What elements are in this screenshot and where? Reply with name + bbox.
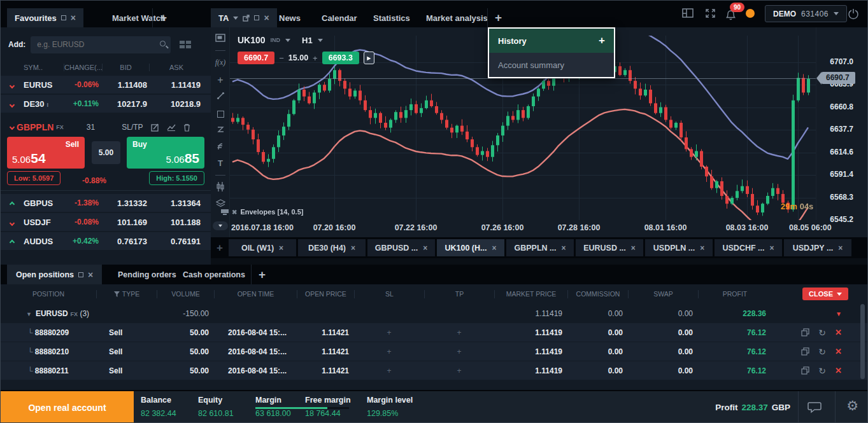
ask-price[interactable]: 10218.9 bbox=[150, 99, 203, 109]
chart-tab-5[interactable]: GBPPLN ...× bbox=[506, 239, 574, 256]
tab-ta-chart[interactable]: TA × bbox=[211, 8, 277, 27]
column-header-swap[interactable]: SWAP bbox=[628, 290, 698, 298]
plus-icon[interactable]: + bbox=[599, 34, 605, 47]
close-order-icon[interactable]: ✕ bbox=[835, 328, 842, 337]
column-header-open-time[interactable]: OPEN TIME bbox=[214, 290, 297, 298]
reverse-order-icon[interactable]: ↻ bbox=[818, 328, 826, 338]
add-sl-button[interactable]: + bbox=[354, 328, 424, 337]
close-icon[interactable]: × bbox=[264, 13, 269, 23]
crosshair-icon[interactable]: + bbox=[211, 74, 230, 86]
add-positions-tab-button[interactable]: + bbox=[251, 265, 273, 284]
ask-price[interactable]: 101.188 bbox=[150, 218, 203, 227]
column-header-type[interactable]: TYPE bbox=[96, 290, 157, 298]
maximize-icon[interactable] bbox=[254, 15, 259, 20]
account-selector[interactable]: DEMO 631406 bbox=[765, 5, 847, 22]
tab-favourites[interactable]: Favourites × bbox=[7, 8, 83, 27]
close-all-button[interactable]: CLOSE bbox=[802, 288, 848, 300]
close-icon[interactable]: × bbox=[561, 244, 566, 253]
shape-tool-icon[interactable] bbox=[211, 109, 230, 120]
tab-news[interactable]: News bbox=[271, 8, 308, 27]
col-symbol[interactable]: SYM.. bbox=[24, 64, 64, 71]
column-header-commission[interactable]: COMMISSION bbox=[567, 290, 628, 298]
bid-price[interactable]: 10217.9 bbox=[103, 99, 150, 109]
chart-tab-4[interactable]: UK100 (H...× bbox=[437, 239, 504, 256]
column-header-position[interactable]: POSITION bbox=[1, 290, 96, 298]
collapse-group-icon[interactable]: ▼ bbox=[836, 310, 842, 317]
chart-buy-badge[interactable]: 6693.3 bbox=[322, 52, 359, 64]
close-icon[interactable]: × bbox=[631, 244, 636, 253]
chevron-down-icon[interactable] bbox=[318, 39, 323, 42]
trash-icon[interactable] bbox=[183, 123, 190, 132]
tab-cash-operations[interactable]: Cash operations bbox=[174, 265, 254, 284]
column-header-profit[interactable]: PROFIT bbox=[698, 290, 771, 298]
chart-tab-3[interactable]: GBPUSD ...× bbox=[367, 239, 435, 256]
plus-icon[interactable]: + bbox=[313, 53, 318, 63]
tab-market-analysis[interactable]: Market analysis bbox=[418, 8, 495, 27]
popout-icon[interactable] bbox=[243, 15, 250, 22]
open-real-account-button[interactable]: Open real account bbox=[1, 391, 134, 423]
chart-symbol[interactable]: UK100 bbox=[238, 35, 266, 45]
ask-price[interactable]: 1.11419 bbox=[150, 80, 203, 90]
fibonacci-tool-icon[interactable] bbox=[211, 125, 230, 134]
bid-price[interactable]: 101.169 bbox=[103, 218, 150, 227]
expand-caret-icon[interactable]: ▼ bbox=[26, 311, 32, 317]
chevron-down-icon[interactable] bbox=[233, 17, 238, 20]
candle-style-icon[interactable] bbox=[211, 182, 230, 191]
time-axis[interactable]: 2016.07.18 16:0007.20 16:0007.22 16:0007… bbox=[230, 220, 816, 237]
text-tool-icon[interactable]: T bbox=[211, 158, 230, 168]
add-watchlist-tab-button[interactable]: + bbox=[152, 8, 174, 27]
watchlist-row-audus[interactable]: AUDUS+0.42%0.761730.76191 bbox=[1, 232, 211, 250]
trendline-tool-icon[interactable] bbox=[211, 92, 230, 100]
view-mode-grid-icon[interactable] bbox=[180, 41, 191, 48]
col-ask[interactable]: ASK bbox=[150, 64, 203, 71]
fullscreen-icon[interactable] bbox=[705, 8, 716, 18]
open-chart-icon[interactable] bbox=[167, 123, 176, 131]
menu-item-history[interactable]: History + bbox=[489, 29, 614, 53]
close-icon[interactable]: × bbox=[71, 13, 76, 23]
close-order-icon[interactable]: ✕ bbox=[835, 366, 842, 375]
expand-trade-panel-button[interactable]: ▶ bbox=[364, 52, 374, 64]
close-icon[interactable]: × bbox=[279, 244, 283, 253]
add-tp-button[interactable]: + bbox=[424, 366, 494, 375]
close-order-icon[interactable]: ✕ bbox=[835, 347, 842, 356]
chart-sell-badge[interactable]: 6690.7 bbox=[238, 52, 274, 64]
remove-indicator-icon[interactable]: ✖ bbox=[232, 209, 237, 216]
chart-display-icon[interactable] bbox=[211, 34, 230, 43]
col-bid[interactable]: BID bbox=[103, 64, 150, 71]
chart-tab-8[interactable]: USDCHF ...× bbox=[715, 239, 782, 256]
add-tp-button[interactable]: + bbox=[424, 347, 494, 356]
chart-tab-7[interactable]: USDPLN ...× bbox=[645, 239, 713, 256]
power-icon[interactable] bbox=[848, 8, 859, 20]
close-icon[interactable]: × bbox=[838, 244, 843, 253]
add-sl-button[interactable]: + bbox=[354, 366, 424, 375]
reverse-order-icon[interactable]: ↻ bbox=[818, 347, 826, 357]
position-group-row[interactable]: ▼EURUSDFX (3)-150.001.114190.000.00228.3… bbox=[1, 304, 868, 323]
chart-period[interactable]: H1 bbox=[302, 36, 313, 45]
vertical-scrollbar[interactable] bbox=[860, 304, 865, 379]
settings-gear-icon[interactable]: ⚙ bbox=[846, 398, 858, 413]
duplicate-order-icon[interactable] bbox=[801, 347, 809, 356]
bid-price[interactable]: 1.31332 bbox=[103, 198, 150, 208]
close-icon[interactable]: × bbox=[88, 270, 93, 280]
watchlist-row-usdjf[interactable]: USDJF-0.08%101.169101.188 bbox=[1, 213, 211, 231]
watchlist-row-gbpus[interactable]: GBPUS-1.38%1.313321.31364 bbox=[1, 194, 211, 212]
col-change[interactable]: CHANGE(... bbox=[64, 64, 103, 71]
price-axis[interactable]: 6707.06683.96660.86637.76614.66591.46568… bbox=[816, 27, 868, 220]
reverse-order-icon[interactable]: ↻ bbox=[818, 366, 826, 376]
tab-calendar[interactable]: Calendar bbox=[314, 8, 365, 27]
duplicate-order-icon[interactable] bbox=[801, 366, 809, 375]
chart-tab-2[interactable]: DE30 (H4)× bbox=[298, 239, 366, 256]
indicator-label[interactable]: ✖ Envelopes [14, 0.5] bbox=[221, 208, 303, 216]
add-panel-button[interactable]: + bbox=[487, 8, 509, 27]
symbol-search-box[interactable] bbox=[31, 36, 171, 53]
watchlist-row-eurus[interactable]: EURUS-0.06%1.114081.11419 bbox=[1, 76, 211, 94]
column-header-open-price[interactable]: OPEN PRICE bbox=[297, 290, 354, 298]
close-icon[interactable]: × bbox=[492, 244, 496, 253]
position-row-88880210[interactable]: └ 88880210Sell50.002016-08-04 15:...1.11… bbox=[1, 342, 868, 361]
column-header-tp[interactable]: TP bbox=[424, 290, 494, 298]
chevron-down-icon[interactable] bbox=[285, 39, 290, 42]
close-icon[interactable]: × bbox=[423, 244, 427, 253]
chart-tab-6[interactable]: EURUSD ...× bbox=[576, 239, 643, 256]
column-header-sl[interactable]: SL bbox=[354, 290, 424, 298]
position-row-88880211[interactable]: └ 88880211Sell50.002016-08-04 15:...1.11… bbox=[1, 361, 868, 380]
